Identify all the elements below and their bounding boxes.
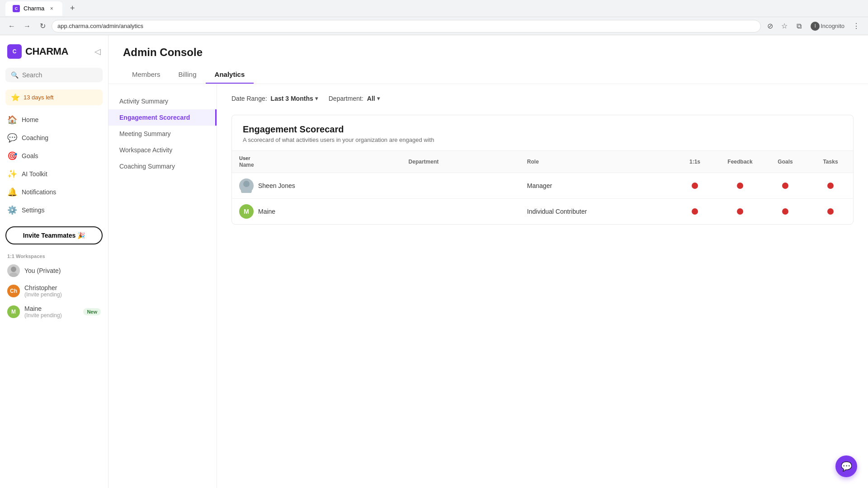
workspace-item-you-private[interactable]: You (Private)	[0, 261, 108, 281]
sidebar-item-coaching[interactable]: 💬 Coaching	[0, 129, 108, 147]
col-header-department: Department	[401, 151, 520, 173]
scorecard-title: Engagement Scorecard	[243, 124, 842, 135]
sidebar-item-label-home: Home	[22, 116, 38, 123]
goals-icon: 🎯	[7, 151, 17, 161]
avatar-maine-table: M	[239, 204, 254, 219]
search-box[interactable]: 🔍	[5, 68, 103, 82]
analytics-nav-activity-summary[interactable]: Activity Summary	[108, 93, 217, 109]
svg-point-2	[243, 181, 250, 187]
svg-point-0	[11, 267, 16, 272]
sidebar-item-ai-toolkit[interactable]: ✨ AI Toolkit	[0, 165, 108, 183]
table-row-maine: M Maine Individual Contributer	[232, 199, 853, 225]
sidebar: C CHARMA ◁ 🔍 ⭐ 13 days left 🏠 Home	[0, 35, 108, 488]
main-content: Admin Console Members Billing Analytics …	[108, 35, 868, 488]
cell-user-maine: M Maine	[232, 199, 401, 225]
new-tab-button[interactable]: +	[66, 2, 79, 15]
cell-department-sheen	[401, 173, 520, 199]
avatar-you-private	[7, 264, 20, 277]
search-icon: 🔍	[11, 71, 19, 79]
address-bar[interactable]: app.charma.com/admin/analytics	[52, 20, 761, 33]
cell-role-maine: Individual Contributer	[520, 199, 672, 225]
sidebar-toggle-button[interactable]: ⧉	[793, 20, 805, 33]
chat-icon: 💬	[841, 461, 852, 472]
name-sheen-jones: Sheen Jones	[258, 182, 295, 189]
notifications-icon: 🔔	[7, 187, 17, 197]
chat-bubble-button[interactable]: 💬	[835, 455, 857, 477]
avatar-christopher: Ch	[7, 285, 20, 297]
department-select[interactable]: All ▾	[367, 95, 380, 102]
workspace-item-maine[interactable]: M Maine (Invite pending) New	[0, 301, 108, 322]
dot-feedback-sheen	[737, 183, 743, 189]
user-group-label: User	[239, 155, 394, 161]
app-logo-icon: C	[7, 44, 22, 59]
name-header-label: Name	[239, 162, 394, 168]
col-header-goals: Goals	[763, 151, 808, 173]
sidebar-item-goals[interactable]: 🎯 Goals	[0, 147, 108, 165]
incognito-label: Incognito	[821, 23, 844, 29]
workspace-item-christopher[interactable]: Ch Christopher (Invite pending)	[0, 281, 108, 301]
invite-teammates-button[interactable]: Invite Teammates 🎉	[5, 226, 103, 244]
cell-feedback-sheen	[717, 173, 763, 199]
cell-tasks-sheen	[808, 173, 853, 199]
workspace-new-badge-maine: New	[83, 308, 101, 315]
sidebar-item-notifications[interactable]: 🔔 Notifications	[0, 183, 108, 201]
home-icon: 🏠	[7, 115, 17, 125]
department-chevron-icon: ▾	[377, 95, 380, 102]
dot-goals-sheen	[782, 183, 788, 189]
refresh-button[interactable]: ↻	[36, 20, 49, 33]
col-header-ones: 1:1s	[672, 151, 717, 173]
analytics-nav-coaching-summary[interactable]: Coaching Summary	[108, 158, 217, 174]
tab-title: Charma	[24, 5, 44, 12]
collapse-sidebar-button[interactable]: ◁	[94, 47, 101, 56]
analytics-nav-workspace-activity[interactable]: Workspace Activity	[108, 142, 217, 158]
workspace-name-christopher: Christopher	[24, 284, 62, 291]
tab-billing[interactable]: Billing	[170, 66, 206, 84]
analytics-nav-meeting-summary[interactable]: Meeting Summary	[108, 126, 217, 142]
dot-ones-maine	[692, 208, 698, 215]
search-input[interactable]	[22, 71, 97, 79]
screenshot-button[interactable]: ⊘	[764, 20, 776, 33]
scorecard-header: Engagement Scorecard A scorecard of what…	[232, 115, 853, 150]
cell-ones-maine	[672, 199, 717, 225]
dot-goals-maine	[782, 208, 788, 215]
menu-button[interactable]: ⋮	[850, 20, 863, 33]
col-header-tasks: Tasks	[808, 151, 853, 173]
table-header-row: User Name Department Role 1:1s Feedback …	[232, 151, 853, 173]
svg-point-3	[241, 188, 252, 193]
sidebar-item-home[interactable]: 🏠 Home	[0, 111, 108, 129]
dot-tasks-maine	[827, 208, 834, 215]
back-button[interactable]: ←	[5, 20, 18, 33]
scorecard-table: User Name Department Role 1:1s Feedback …	[232, 150, 853, 224]
tab-members[interactable]: Members	[123, 66, 170, 84]
table-row-sheen-jones: Sheen Jones Manager	[232, 173, 853, 199]
trial-icon: ⭐	[11, 93, 20, 102]
main-tabs: Members Billing Analytics	[123, 66, 854, 84]
tab-analytics[interactable]: Analytics	[206, 66, 254, 84]
department-filter: Department: All ▾	[329, 95, 380, 102]
analytics-nav-engagement-scorecard[interactable]: Engagement Scorecard	[108, 109, 217, 126]
cell-department-maine	[401, 199, 520, 225]
analytics-layout: Activity Summary Engagement Scorecard Me…	[108, 84, 868, 488]
sidebar-item-settings[interactable]: ⚙️ Settings	[0, 201, 108, 219]
workspace-name-maine: Maine	[24, 305, 62, 312]
sidebar-item-label-notifications: Notifications	[22, 188, 56, 196]
bookmark-button[interactable]: ☆	[778, 20, 791, 33]
sidebar-item-label-goals: Goals	[22, 152, 38, 160]
coaching-icon: 💬	[7, 133, 17, 143]
trial-badge: ⭐ 13 days left	[5, 89, 103, 105]
svg-point-1	[9, 272, 18, 277]
browser-tab[interactable]: C Charma ×	[5, 1, 62, 16]
profile-button[interactable]: I Incognito	[807, 20, 848, 33]
date-range-value: Last 3 Months	[271, 95, 313, 102]
scorecard-subtitle: A scorecard of what activities users in …	[243, 136, 842, 143]
dot-feedback-maine	[737, 208, 743, 215]
tab-close-button[interactable]: ×	[48, 5, 55, 12]
cell-tasks-maine	[808, 199, 853, 225]
date-range-chevron-icon: ▾	[315, 95, 318, 102]
date-range-label: Date Range:	[231, 95, 267, 102]
date-range-select[interactable]: Last 3 Months ▾	[271, 95, 318, 102]
workspaces-section-label: 1:1 Workspaces	[0, 248, 108, 261]
department-value: All	[367, 95, 375, 102]
forward-button[interactable]: →	[21, 20, 33, 33]
name-maine: Maine	[258, 208, 275, 215]
